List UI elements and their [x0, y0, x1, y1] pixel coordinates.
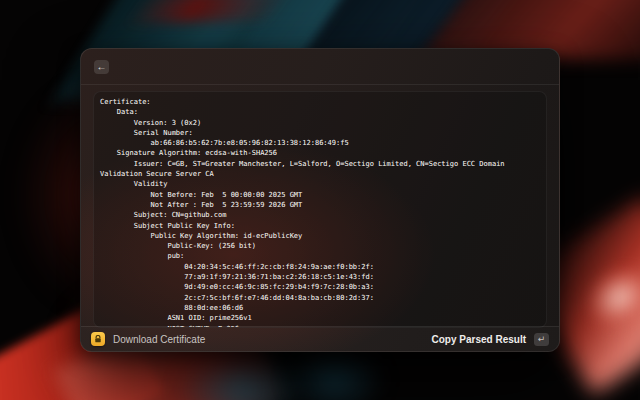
wallpaper-pink-glow	[576, 256, 640, 340]
certificate-viewer-window: ← Certificate: Data: Version: 3 (0x2) Se…	[80, 48, 560, 352]
download-certificate-label: Download Certificate	[113, 334, 205, 345]
return-key-icon: ↵	[538, 335, 546, 344]
lock-glyph	[94, 335, 102, 343]
arrow-left-icon: ←	[97, 62, 107, 72]
certificate-scroll-area[interactable]: Certificate: Data: Version: 3 (0x2) Seri…	[93, 91, 547, 328]
wallpaper-teal-glow	[285, 345, 385, 400]
enter-keycap: ↵	[534, 333, 549, 346]
copy-parsed-result-button[interactable]: Copy Parsed Result	[432, 334, 526, 345]
wallpaper-teal-glow	[175, 350, 305, 400]
window-header: ←	[81, 49, 559, 85]
wallpaper-red-streak	[124, 0, 295, 22]
lock-icon	[91, 332, 105, 346]
certificate-text: Certificate: Data: Version: 3 (0x2) Seri…	[94, 92, 546, 328]
action-bar: Download Certificate Copy Parsed Result …	[81, 326, 559, 351]
back-button[interactable]: ←	[94, 60, 109, 74]
